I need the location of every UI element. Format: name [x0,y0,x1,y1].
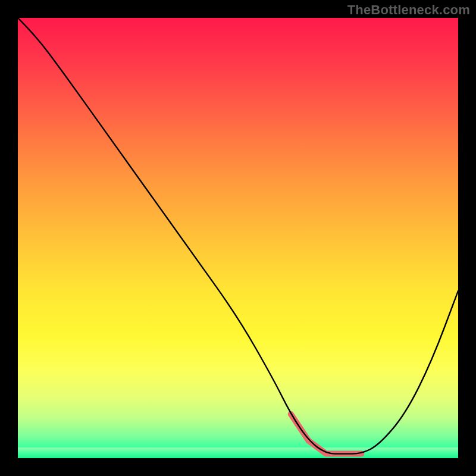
optimal-highlight [291,414,361,454]
curve-svg [18,18,458,458]
plot-area [18,18,458,458]
watermark-text: TheBottleneck.com [347,2,470,18]
chart-frame: TheBottleneck.com [0,0,476,476]
bottleneck-curve [18,18,458,454]
